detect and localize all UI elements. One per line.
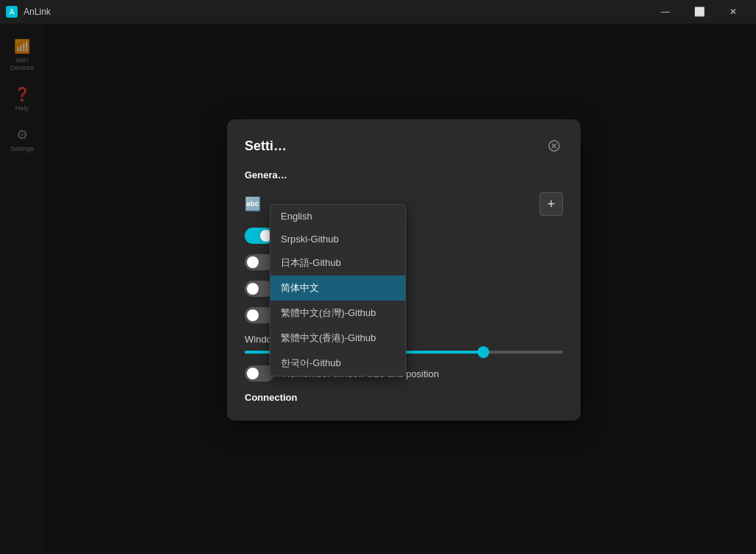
add-language-button[interactable]: + <box>539 192 563 216</box>
lang-option-korean[interactable]: 한국어-Github <box>270 351 405 376</box>
window-controls: — ⬜ ✕ <box>648 0 750 24</box>
app-title: AnLink <box>24 7 51 17</box>
general-section-title: Genera… <box>245 169 563 180</box>
toggle-launch-thumb <box>247 256 259 268</box>
app-icon: A <box>6 6 18 18</box>
dialog-header: Setti… <box>245 137 563 155</box>
close-button[interactable]: ✕ <box>716 0 750 24</box>
settings-dialog: Setti… Genera… 🔤 English Srpski-Github 日… <box>227 119 581 421</box>
title-bar: A AnLink — ⬜ ✕ <box>0 0 756 24</box>
language-dropdown-menu[interactable]: English Srpski-Github 日本語-Github 简体中文 繁體… <box>270 204 406 376</box>
toggle-remember-thumb <box>247 368 259 379</box>
main-area: 📶 WiFiDevices ❓ Help ⚙ Settings Setti… G… <box>0 24 756 554</box>
title-bar-left: A AnLink <box>6 6 51 18</box>
translate-icon: 🔤 <box>245 196 261 212</box>
dialog-title: Setti… <box>245 138 287 154</box>
lang-option-japanese[interactable]: 日本語-Github <box>270 250 405 276</box>
close-icon <box>548 140 560 152</box>
toggle-shrink-thumb <box>247 309 259 321</box>
opacity-slider-thumb[interactable] <box>477 346 489 358</box>
language-row: 🔤 English Srpski-Github 日本語-Github 简体中文 … <box>245 192 563 216</box>
lang-option-srpski[interactable]: Srpski-Github <box>270 228 405 250</box>
dialog-close-button[interactable] <box>545 137 563 155</box>
lang-option-traditional-chinese-tw[interactable]: 繁體中文(台灣)-Github <box>270 301 405 326</box>
maximize-button[interactable]: ⬜ <box>682 0 716 24</box>
minimize-button[interactable]: — <box>648 0 682 24</box>
connection-section-title: Connection <box>245 392 563 403</box>
toggle-stay-on-top-thumb <box>247 283 259 295</box>
lang-option-traditional-chinese-hk[interactable]: 繁體中文(香港)-Github <box>270 326 405 351</box>
lang-option-english[interactable]: English <box>270 205 405 228</box>
lang-option-simplified-chinese[interactable]: 简体中文 <box>270 276 405 301</box>
